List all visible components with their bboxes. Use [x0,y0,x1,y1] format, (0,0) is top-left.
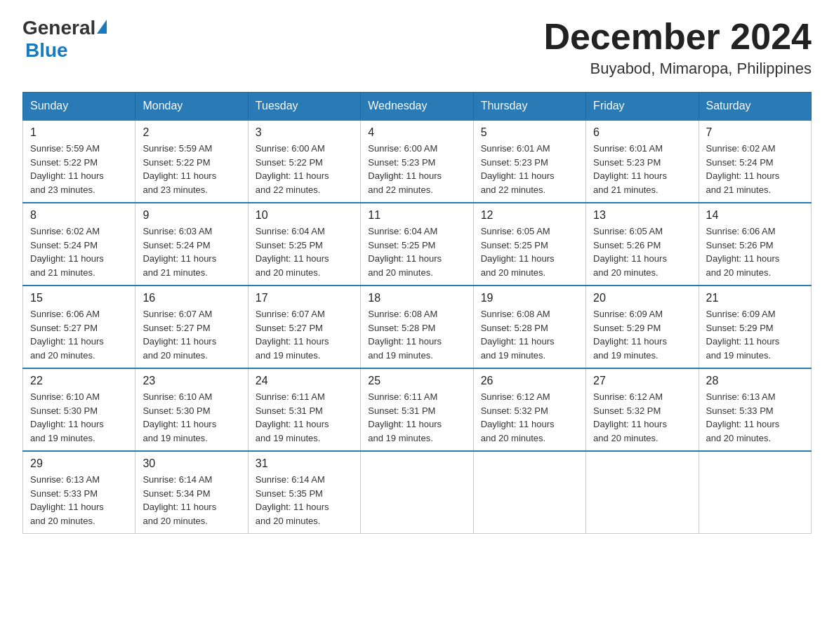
day-number: 4 [368,126,465,139]
day-number: 9 [143,209,240,222]
day-number: 28 [706,375,804,387]
header-thursday: Thursday [473,93,585,121]
calendar-cell: 6Sunrise: 6:01 AMSunset: 5:23 PMDaylight… [586,120,699,203]
calendar-cell: 30Sunrise: 6:14 AMSunset: 5:34 PMDayligh… [135,451,248,534]
day-number: 2 [143,126,240,139]
day-number: 5 [481,126,578,139]
day-info: Sunrise: 6:08 AMSunset: 5:28 PMDaylight:… [481,307,578,362]
logo-area: General Blue [22,17,107,62]
calendar-cell [586,451,699,534]
day-number: 16 [143,292,240,304]
calendar-cell: 10Sunrise: 6:04 AMSunset: 5:25 PMDayligh… [248,203,360,286]
calendar-cell [699,451,811,534]
day-number: 20 [593,292,691,304]
calendar-cell: 25Sunrise: 6:11 AMSunset: 5:31 PMDayligh… [361,368,473,451]
day-info: Sunrise: 6:02 AMSunset: 5:24 PMDaylight:… [706,142,804,196]
day-number: 23 [143,375,240,387]
day-number: 24 [256,375,353,387]
calendar-cell: 26Sunrise: 6:12 AMSunset: 5:32 PMDayligh… [473,368,585,451]
day-info: Sunrise: 6:04 AMSunset: 5:25 PMDaylight:… [368,224,465,279]
calendar-cell: 19Sunrise: 6:08 AMSunset: 5:28 PMDayligh… [473,286,585,368]
calendar-cell: 7Sunrise: 6:02 AMSunset: 5:24 PMDaylight… [699,120,811,203]
day-info: Sunrise: 6:07 AMSunset: 5:27 PMDaylight:… [256,307,353,362]
day-number: 27 [593,375,691,387]
calendar-cell: 21Sunrise: 6:09 AMSunset: 5:29 PMDayligh… [699,286,811,368]
weekday-header-row: Sunday Monday Tuesday Wednesday Thursday… [23,93,812,121]
day-number: 18 [368,292,465,304]
day-info: Sunrise: 6:00 AMSunset: 5:22 PMDaylight:… [256,142,353,196]
day-number: 1 [30,126,128,139]
day-info: Sunrise: 6:09 AMSunset: 5:29 PMDaylight:… [706,307,804,362]
calendar-cell: 28Sunrise: 6:13 AMSunset: 5:33 PMDayligh… [699,368,811,451]
header-sunday: Sunday [23,93,135,121]
day-number: 10 [256,209,353,222]
day-info: Sunrise: 6:03 AMSunset: 5:24 PMDaylight:… [143,224,240,279]
day-info: Sunrise: 6:14 AMSunset: 5:35 PMDaylight:… [256,473,353,528]
week-row-4: 22Sunrise: 6:10 AMSunset: 5:30 PMDayligh… [23,368,812,451]
calendar-cell: 3Sunrise: 6:00 AMSunset: 5:22 PMDaylight… [248,120,360,203]
day-number: 14 [706,209,804,222]
title-area: December 2024 Buyabod, Mimaropa, Philipp… [543,17,812,78]
day-number: 29 [30,457,128,470]
day-info: Sunrise: 6:11 AMSunset: 5:31 PMDaylight:… [256,390,353,445]
day-number: 25 [368,375,465,387]
day-info: Sunrise: 6:12 AMSunset: 5:32 PMDaylight:… [593,390,691,445]
calendar-cell: 12Sunrise: 6:05 AMSunset: 5:25 PMDayligh… [473,203,585,286]
calendar-cell: 13Sunrise: 6:05 AMSunset: 5:26 PMDayligh… [586,203,699,286]
day-info: Sunrise: 6:00 AMSunset: 5:23 PMDaylight:… [368,142,465,196]
day-info: Sunrise: 6:14 AMSunset: 5:34 PMDaylight:… [143,473,240,528]
calendar-cell: 1Sunrise: 5:59 AMSunset: 5:22 PMDaylight… [23,120,135,203]
header-tuesday: Tuesday [248,93,360,121]
day-number: 11 [368,209,465,222]
day-number: 31 [256,457,353,470]
day-info: Sunrise: 6:01 AMSunset: 5:23 PMDaylight:… [481,142,578,196]
day-number: 8 [30,209,128,222]
calendar-cell: 29Sunrise: 6:13 AMSunset: 5:33 PMDayligh… [23,451,135,534]
calendar-cell: 2Sunrise: 5:59 AMSunset: 5:22 PMDaylight… [135,120,248,203]
calendar-cell: 22Sunrise: 6:10 AMSunset: 5:30 PMDayligh… [23,368,135,451]
header-saturday: Saturday [699,93,811,121]
day-number: 21 [706,292,804,304]
calendar-cell: 20Sunrise: 6:09 AMSunset: 5:29 PMDayligh… [586,286,699,368]
month-title: December 2024 [543,17,812,57]
day-number: 15 [30,292,128,304]
day-info: Sunrise: 6:11 AMSunset: 5:31 PMDaylight:… [368,390,465,445]
day-number: 3 [256,126,353,139]
calendar-cell: 4Sunrise: 6:00 AMSunset: 5:23 PMDaylight… [361,120,473,203]
calendar-cell: 23Sunrise: 6:10 AMSunset: 5:30 PMDayligh… [135,368,248,451]
day-info: Sunrise: 6:10 AMSunset: 5:30 PMDaylight:… [143,390,240,445]
day-number: 6 [593,126,691,139]
day-info: Sunrise: 6:05 AMSunset: 5:26 PMDaylight:… [593,224,691,279]
header-friday: Friday [586,93,699,121]
day-info: Sunrise: 6:06 AMSunset: 5:26 PMDaylight:… [706,224,804,279]
calendar-table: Sunday Monday Tuesday Wednesday Thursday… [22,92,812,534]
week-row-3: 15Sunrise: 6:06 AMSunset: 5:27 PMDayligh… [23,286,812,368]
day-number: 26 [481,375,578,387]
day-info: Sunrise: 6:08 AMSunset: 5:28 PMDaylight:… [368,307,465,362]
page-header: General Blue December 2024 Buyabod, Mima… [22,17,812,78]
week-row-2: 8Sunrise: 6:02 AMSunset: 5:24 PMDaylight… [23,203,812,286]
calendar-cell: 9Sunrise: 6:03 AMSunset: 5:24 PMDaylight… [135,203,248,286]
calendar-header: Sunday Monday Tuesday Wednesday Thursday… [23,93,812,121]
logo-triangle-icon [97,20,107,34]
logo-blue: Blue [25,39,68,62]
header-monday: Monday [135,93,248,121]
day-info: Sunrise: 6:01 AMSunset: 5:23 PMDaylight:… [593,142,691,196]
location-title: Buyabod, Mimaropa, Philippines [543,60,812,78]
day-info: Sunrise: 6:06 AMSunset: 5:27 PMDaylight:… [30,307,128,362]
day-info: Sunrise: 6:04 AMSunset: 5:25 PMDaylight:… [256,224,353,279]
calendar-cell: 14Sunrise: 6:06 AMSunset: 5:26 PMDayligh… [699,203,811,286]
week-row-1: 1Sunrise: 5:59 AMSunset: 5:22 PMDaylight… [23,120,812,203]
day-info: Sunrise: 6:05 AMSunset: 5:25 PMDaylight:… [481,224,578,279]
calendar-cell: 27Sunrise: 6:12 AMSunset: 5:32 PMDayligh… [586,368,699,451]
calendar-cell: 16Sunrise: 6:07 AMSunset: 5:27 PMDayligh… [135,286,248,368]
day-number: 12 [481,209,578,222]
day-info: Sunrise: 6:12 AMSunset: 5:32 PMDaylight:… [481,390,578,445]
day-number: 19 [481,292,578,304]
calendar-cell: 8Sunrise: 6:02 AMSunset: 5:24 PMDaylight… [23,203,135,286]
calendar-cell: 5Sunrise: 6:01 AMSunset: 5:23 PMDaylight… [473,120,585,203]
day-number: 7 [706,126,804,139]
calendar-cell: 18Sunrise: 6:08 AMSunset: 5:28 PMDayligh… [361,286,473,368]
day-info: Sunrise: 6:13 AMSunset: 5:33 PMDaylight:… [30,473,128,528]
day-info: Sunrise: 6:07 AMSunset: 5:27 PMDaylight:… [143,307,240,362]
